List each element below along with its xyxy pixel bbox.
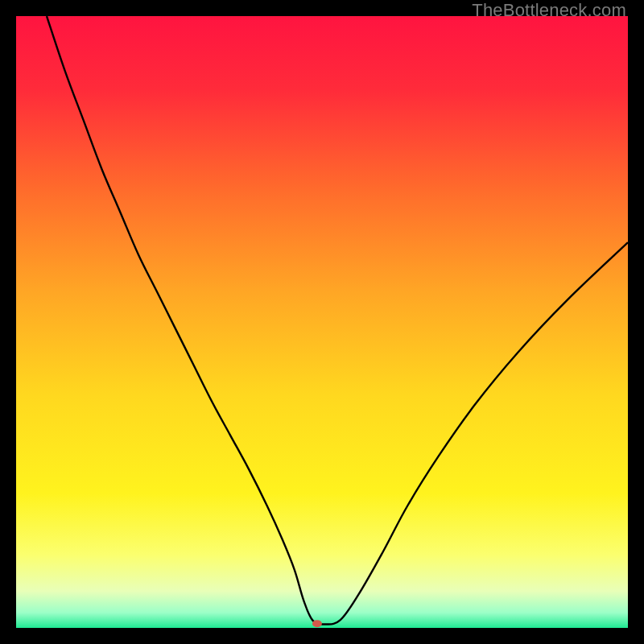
chart-svg xyxy=(16,16,628,628)
chart-frame xyxy=(16,16,628,628)
watermark-text: TheBottleneck.com xyxy=(472,0,626,21)
gradient-background xyxy=(16,16,628,628)
minimum-marker-icon xyxy=(312,620,322,627)
